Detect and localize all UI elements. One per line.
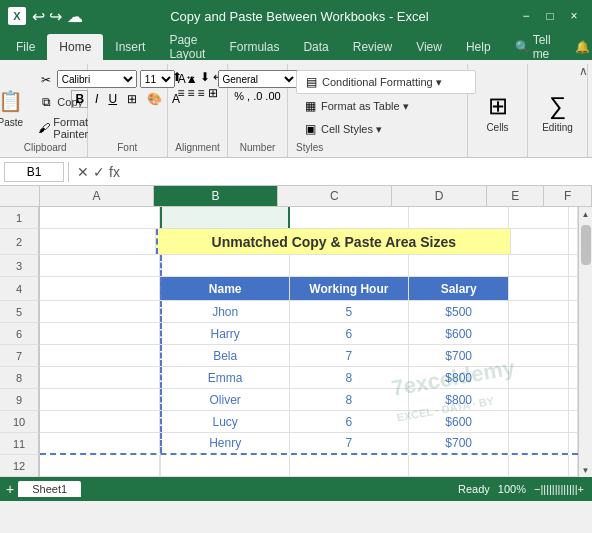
cell-c5[interactable]: 5 [290, 301, 410, 322]
cell-e8[interactable] [509, 367, 569, 388]
cell-f9[interactable] [569, 389, 578, 410]
cell-e10[interactable] [509, 411, 569, 432]
cell-b9[interactable]: Oliver [160, 389, 290, 410]
cell-e7[interactable] [509, 345, 569, 366]
cell-e2[interactable] [511, 229, 569, 254]
conditional-formatting-button[interactable]: ▤ Conditional Formatting ▾ [296, 70, 476, 94]
cell-d9[interactable]: $800 [409, 389, 509, 410]
cell-e1[interactable] [509, 207, 569, 228]
close-btn[interactable]: × [564, 9, 584, 23]
col-header-f[interactable]: F [544, 186, 592, 206]
scroll-up-button[interactable]: ▲ [579, 207, 593, 221]
cell-b1[interactable] [160, 207, 290, 228]
row-num-4[interactable]: 4 [0, 277, 39, 301]
scroll-down-button[interactable]: ▼ [579, 463, 593, 477]
tab-notifications[interactable]: 🔔 [563, 34, 592, 60]
cell-e4[interactable] [509, 277, 569, 300]
tab-insert[interactable]: Insert [103, 34, 157, 60]
cell-b8[interactable]: Emma [160, 367, 290, 388]
cell-c11[interactable]: 7 [290, 433, 410, 453]
cell-e9[interactable] [509, 389, 569, 410]
row-num-12[interactable]: 12 [0, 455, 39, 477]
align-right-button[interactable]: ≡ [198, 86, 205, 100]
cell-f10[interactable] [569, 411, 578, 432]
align-top-button[interactable]: ⬆ [172, 70, 182, 84]
quick-access[interactable]: ↩ ↪ ☁ [32, 7, 83, 26]
increase-decimal-button[interactable]: .00 [265, 90, 280, 102]
cell-c10[interactable]: 6 [290, 411, 410, 432]
row-num-6[interactable]: 6 [0, 323, 39, 345]
cell-a5[interactable] [40, 301, 160, 322]
tab-view[interactable]: View [404, 34, 454, 60]
font-family-select[interactable]: Calibri [57, 70, 137, 88]
tab-tell-me[interactable]: 🔍 Tell me [503, 34, 563, 60]
tab-help[interactable]: Help [454, 34, 503, 60]
cell-d8[interactable]: $800 [409, 367, 509, 388]
cell-d11[interactable]: $700 [409, 433, 509, 453]
editing-button[interactable]: ∑ Editing [536, 86, 580, 137]
format-as-table-button[interactable]: ▦ Format as Table ▾ [296, 95, 476, 117]
cell-c1[interactable] [290, 207, 410, 228]
confirm-entry-icon[interactable]: ✓ [93, 164, 105, 180]
tab-review[interactable]: Review [341, 34, 404, 60]
cell-e3[interactable] [509, 255, 569, 276]
cell-f6[interactable] [569, 323, 578, 344]
bold-button[interactable]: B [71, 90, 88, 108]
cell-b2-merged[interactable]: Unmatched Copy & Paste Area Sizes [156, 229, 512, 254]
tab-home[interactable]: Home [47, 34, 103, 60]
row-num-5[interactable]: 5 [0, 301, 39, 323]
cell-c9[interactable]: 8 [290, 389, 410, 410]
cell-d10[interactable]: $600 [409, 411, 509, 432]
align-bottom-button[interactable]: ⬇ [200, 70, 210, 84]
cell-f12[interactable] [569, 455, 578, 476]
cell-e11[interactable] [509, 433, 569, 453]
cell-c7[interactable]: 7 [290, 345, 410, 366]
percent-button[interactable]: % [234, 90, 244, 102]
cell-a3[interactable] [40, 255, 160, 276]
cell-a7[interactable] [40, 345, 160, 366]
border-button[interactable]: ⊞ [124, 91, 140, 107]
cell-f7[interactable] [569, 345, 578, 366]
comma-button[interactable]: , [247, 90, 250, 102]
cell-f11[interactable] [569, 433, 578, 453]
cell-reference-input[interactable] [4, 162, 64, 182]
cell-f4[interactable] [569, 277, 578, 300]
row-num-9[interactable]: 9 [0, 389, 39, 411]
italic-button[interactable]: I [92, 91, 101, 107]
add-sheet-button[interactable]: + [6, 481, 14, 497]
number-format-select[interactable]: General [218, 70, 298, 88]
row-num-7[interactable]: 7 [0, 345, 39, 367]
cell-a1[interactable] [40, 207, 160, 228]
cell-f3[interactable] [569, 255, 578, 276]
col-header-d[interactable]: D [392, 186, 487, 206]
maximize-btn[interactable]: □ [540, 9, 560, 23]
align-center-button[interactable]: ≡ [187, 86, 194, 100]
cell-d6[interactable]: $600 [409, 323, 509, 344]
cell-a11[interactable] [40, 433, 160, 453]
cell-a2[interactable] [40, 229, 156, 254]
sheet-tab-1[interactable]: Sheet1 [18, 481, 81, 497]
cell-e12[interactable] [509, 455, 569, 476]
cell-c12[interactable] [290, 455, 410, 476]
cell-e6[interactable] [509, 323, 569, 344]
cancel-entry-icon[interactable]: ✕ [77, 164, 89, 180]
cell-c4[interactable]: Working Hour [290, 277, 410, 300]
tab-file[interactable]: File [4, 34, 47, 60]
window-controls[interactable]: − □ × [516, 9, 584, 23]
cell-c3[interactable] [290, 255, 410, 276]
tab-formulas[interactable]: Formulas [217, 34, 291, 60]
col-header-e[interactable]: E [487, 186, 544, 206]
cell-a10[interactable] [40, 411, 160, 432]
cell-styles-button[interactable]: ▣ Cell Styles ▾ [296, 118, 476, 140]
row-num-11[interactable]: 11 [0, 433, 39, 455]
insert-function-icon[interactable]: fx [109, 164, 120, 180]
cell-d3[interactable] [409, 255, 509, 276]
col-header-c[interactable]: C [278, 186, 392, 206]
cell-d4[interactable]: Salary [409, 277, 509, 300]
merge-button[interactable]: ⊞ [208, 86, 218, 100]
align-middle-button[interactable]: ↔ [185, 70, 197, 84]
col-header-a[interactable]: A [40, 186, 154, 206]
row-num-2[interactable]: 2 [0, 229, 39, 255]
ribbon-collapse-button[interactable]: ∧ [579, 64, 588, 78]
formula-input[interactable] [128, 163, 588, 181]
